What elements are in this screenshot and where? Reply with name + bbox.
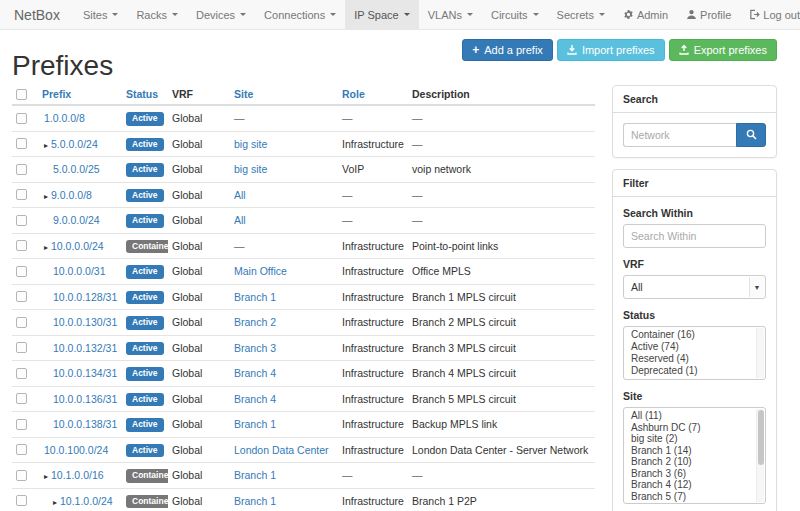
site-link[interactable]: All bbox=[234, 214, 246, 226]
prefix-link[interactable]: 10.1.0.0/16 bbox=[51, 469, 104, 481]
search-input[interactable] bbox=[623, 123, 736, 147]
nav-item-secrets[interactable]: Secrets bbox=[548, 0, 614, 29]
chevron-down-icon bbox=[112, 13, 118, 16]
row-checkbox[interactable] bbox=[16, 444, 27, 455]
row-checkbox[interactable] bbox=[16, 113, 27, 124]
prefix-link[interactable]: 10.0.0.0/31 bbox=[53, 265, 106, 277]
prefix-link[interactable]: 10.0.0.130/31 bbox=[53, 316, 117, 328]
brand[interactable]: NetBox bbox=[14, 0, 74, 29]
select-all-checkbox[interactable] bbox=[16, 89, 27, 100]
prefix-link[interactable]: 9.0.0.0/8 bbox=[51, 189, 92, 201]
row-checkbox[interactable] bbox=[16, 419, 27, 430]
row-checkbox[interactable] bbox=[16, 393, 27, 404]
import-prefixes-button[interactable]: Import prefixes bbox=[557, 39, 665, 61]
site-link[interactable]: Branch 1 bbox=[234, 495, 276, 507]
nav-item-circuits[interactable]: Circuits bbox=[482, 0, 548, 29]
listbox-option[interactable]: Branch 5 (7) bbox=[624, 491, 755, 503]
listbox-option[interactable]: Ashburn DC (7) bbox=[624, 422, 755, 434]
site-link[interactable]: Branch 3 bbox=[234, 342, 276, 354]
row-checkbox[interactable] bbox=[16, 240, 27, 251]
toolbar: + Add a prefix Import prefixes Export pr… bbox=[462, 39, 777, 61]
nav-item-vlans[interactable]: VLANs bbox=[419, 0, 482, 29]
row-checkbox[interactable] bbox=[16, 215, 27, 226]
row-checkbox[interactable] bbox=[16, 495, 27, 506]
log-out-button[interactable]: Log out bbox=[740, 0, 800, 29]
prefix-link[interactable]: 9.0.0.0/24 bbox=[53, 214, 100, 226]
add-prefix-button[interactable]: + Add a prefix bbox=[462, 39, 553, 61]
site-link[interactable]: Branch 1 bbox=[234, 469, 276, 481]
listbox-option[interactable]: Active (74) bbox=[624, 341, 755, 353]
listbox-option[interactable]: Branch 1 (14) bbox=[624, 445, 755, 457]
scrollbar-track bbox=[756, 328, 764, 378]
site-link[interactable]: All bbox=[234, 189, 246, 201]
scrollbar-thumb[interactable] bbox=[758, 410, 764, 465]
nav-item-connections[interactable]: Connections bbox=[255, 0, 345, 29]
prefix-link[interactable]: 10.0.100.0/24 bbox=[44, 444, 108, 456]
prefix-cell: 1.0.0.0/8 bbox=[38, 105, 122, 131]
column-header-role[interactable]: Role bbox=[338, 84, 408, 105]
row-checkbox[interactable] bbox=[16, 138, 27, 149]
row-checkbox[interactable] bbox=[16, 470, 27, 481]
search-within-input[interactable] bbox=[623, 224, 766, 248]
description-cell: Branch 3 MPLS circuit bbox=[408, 335, 595, 361]
profile-button[interactable]: Profile bbox=[677, 0, 740, 29]
prefix-link[interactable]: 1.0.0.0/8 bbox=[44, 112, 85, 124]
site-listbox[interactable]: All (11)Ashburn DC (7)big site (2)Branch… bbox=[623, 407, 766, 504]
site-link[interactable]: Branch 4 bbox=[234, 393, 276, 405]
listbox-option[interactable]: All (11) bbox=[624, 410, 755, 422]
row-checkbox[interactable] bbox=[16, 342, 27, 353]
listbox-option[interactable]: Reserved (4) bbox=[624, 353, 755, 365]
listbox-option[interactable]: Branch 4 (12) bbox=[624, 479, 755, 491]
nav-item-sites[interactable]: Sites bbox=[74, 0, 127, 29]
row-checkbox[interactable] bbox=[16, 189, 27, 200]
column-header-site[interactable]: Site bbox=[230, 84, 338, 105]
status-cell: Active bbox=[122, 259, 168, 285]
prefix-link[interactable]: 10.1.0.0/24 bbox=[60, 495, 113, 507]
vrf-select[interactable]: All▼ bbox=[623, 275, 766, 299]
prefix-link[interactable]: 10.0.0.138/31 bbox=[53, 418, 117, 430]
site-link[interactable]: big site bbox=[234, 163, 267, 175]
row-checkbox[interactable] bbox=[16, 291, 27, 302]
column-header-status[interactable]: Status bbox=[122, 84, 168, 105]
row-checkbox[interactable] bbox=[16, 266, 27, 277]
chevron-down-icon bbox=[467, 13, 473, 16]
listbox-option[interactable]: Branch 2 (10) bbox=[624, 456, 755, 468]
description-cell: Branch 1 MPLS circuit bbox=[408, 284, 595, 310]
nav-item-racks[interactable]: Racks bbox=[127, 0, 187, 29]
empty-value: — bbox=[412, 469, 423, 481]
prefix-link[interactable]: 5.0.0.0/25 bbox=[53, 163, 100, 175]
row-checkbox[interactable] bbox=[16, 317, 27, 328]
search-button[interactable] bbox=[736, 123, 766, 147]
listbox-option[interactable]: Branch 3 (6) bbox=[624, 468, 755, 480]
export-prefixes-button[interactable]: Export prefixes bbox=[669, 39, 777, 61]
site-link[interactable]: Branch 1 bbox=[234, 418, 276, 430]
site-link[interactable]: big site bbox=[234, 138, 267, 150]
column-header-prefix[interactable]: Prefix bbox=[38, 84, 122, 105]
description-cell: voip network bbox=[408, 157, 595, 183]
prefix-link[interactable]: 10.0.0.0/24 bbox=[51, 240, 104, 252]
site-link[interactable]: Branch 1 bbox=[234, 291, 276, 303]
row-checkbox[interactable] bbox=[16, 368, 27, 379]
row-checkbox[interactable] bbox=[16, 164, 27, 175]
site-link[interactable]: Main Office bbox=[234, 265, 287, 277]
prefix-link[interactable]: 5.0.0.0/24 bbox=[51, 138, 98, 150]
prefix-link[interactable]: 10.0.0.134/31 bbox=[53, 367, 117, 379]
site-link[interactable]: Branch 2 bbox=[234, 316, 276, 328]
table-row: ▸9.0.0.0/8ActiveGlobalAll—— bbox=[12, 182, 595, 208]
prefix-link[interactable]: 10.0.0.132/31 bbox=[53, 342, 117, 354]
status-badge: Container bbox=[126, 495, 168, 509]
prefix-link[interactable]: 10.0.0.128/31 bbox=[53, 291, 117, 303]
admin-button[interactable]: Admin bbox=[614, 0, 677, 29]
listbox-option[interactable]: Deprecated (1) bbox=[624, 365, 755, 377]
site-link[interactable]: Branch 4 bbox=[234, 367, 276, 379]
prefix-link[interactable]: 10.0.0.136/31 bbox=[53, 393, 117, 405]
nav-item-devices[interactable]: Devices bbox=[187, 0, 255, 29]
prefix-cell: 10.0.0.128/31 bbox=[38, 284, 122, 310]
site-link[interactable]: London Data Center bbox=[234, 444, 329, 456]
nav-item-ip-space[interactable]: IP Space bbox=[345, 0, 418, 29]
listbox-option[interactable]: Container (16) bbox=[624, 329, 755, 341]
prefix-cell: ▸9.0.0.0/8 bbox=[38, 182, 122, 208]
listbox-option[interactable]: COLO-1-O1 (6) bbox=[624, 502, 755, 504]
listbox-option[interactable]: big site (2) bbox=[624, 433, 755, 445]
status-listbox[interactable]: Container (16)Active (74)Reserved (4)Dep… bbox=[623, 326, 766, 380]
